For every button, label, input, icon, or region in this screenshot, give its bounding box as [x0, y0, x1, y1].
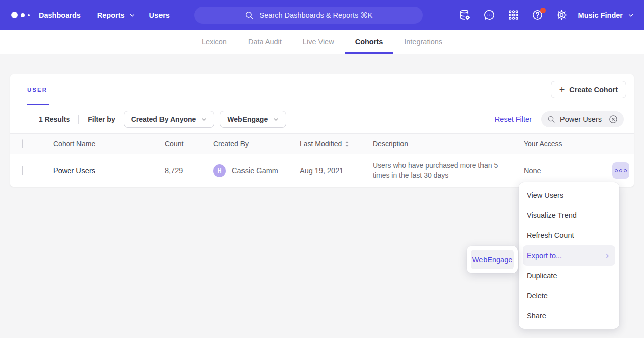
card-header: USER + Create Cohort [10, 74, 634, 105]
cohort-description: Users who have purchased more than 5 tim… [373, 161, 502, 180]
global-search-input[interactable]: Search Dashboards & Reports ⌘K [194, 7, 423, 24]
menu-item-label: Delete [527, 292, 548, 300]
nav-item-dashboards[interactable]: Dashboards [39, 11, 81, 19]
menu-item-visualize-trend[interactable]: Visualize Trend [523, 205, 615, 225]
table-header-row: Cohort Name Count Created By Last Modifi… [10, 133, 634, 154]
cohorts-card: USER + Create Cohort 1 Results Filter by… [10, 74, 634, 187]
menu-item-label: Duplicate [527, 272, 557, 280]
tab-user-cohorts[interactable]: USER [27, 74, 47, 105]
chevron-down-icon [273, 117, 279, 122]
cohort-search-input[interactable] [560, 115, 608, 123]
cohort-search-box [541, 111, 624, 127]
tab-lexicon-label: Lexicon [202, 38, 227, 46]
plus-icon: + [559, 85, 565, 94]
results-count: 1 Results [39, 115, 70, 123]
menu-item-label: View Users [527, 191, 564, 199]
search-icon [547, 115, 555, 123]
filter-bar: 1 Results Filter by Created By Anyone We… [10, 105, 634, 133]
tab-integrations[interactable]: Integrations [393, 30, 453, 54]
submenu-item-webengage[interactable]: WebEngage [471, 250, 514, 269]
header-your-access: Your Access [514, 140, 602, 148]
avatar: H [213, 164, 226, 177]
sort-icon [345, 141, 349, 147]
menu-item-view-users[interactable]: View Users [523, 185, 615, 205]
clear-search-icon[interactable] [608, 114, 618, 124]
filter-by-label: Filter by [88, 115, 115, 123]
header-last-modified[interactable]: Last Modified [290, 140, 363, 148]
tab-lexicon[interactable]: Lexicon [191, 30, 237, 54]
nav-item-dashboards-label: Dashboards [39, 11, 81, 19]
tab-integrations-label: Integrations [404, 38, 442, 46]
tab-cohorts[interactable]: Cohorts [345, 30, 394, 54]
top-nav-bar: Dashboards Reports Users Search Dashboar… [0, 0, 644, 30]
access-value: None [514, 166, 602, 175]
chevron-down-icon [129, 12, 135, 18]
export-to-submenu: WebEngage [467, 246, 518, 273]
menu-item-refresh-count[interactable]: Refresh Count [523, 225, 615, 245]
project-name: Music Finder [578, 11, 623, 19]
top-nav-right: Music Finder [447, 0, 634, 30]
messages-icon[interactable] [484, 9, 496, 21]
nav-item-users-label: Users [149, 11, 170, 19]
data-management-icon[interactable] [459, 9, 471, 21]
project-switcher[interactable]: Music Finder [578, 11, 634, 19]
created-by-dropdown-value: Created By Anyone [131, 115, 196, 123]
primary-nav: Dashboards Reports Users [39, 11, 170, 19]
apps-grid-icon[interactable] [508, 9, 520, 21]
nav-item-reports[interactable]: Reports [97, 11, 135, 19]
help-icon[interactable] [532, 9, 544, 21]
created-by-dropdown[interactable]: Created By Anyone [124, 111, 215, 128]
integration-filter-value: WebEngage [227, 115, 268, 123]
notification-badge [540, 8, 546, 13]
row-checkbox[interactable] [22, 166, 23, 175]
tab-live-view[interactable]: Live View [292, 30, 345, 54]
header-last-modified-label: Last Modified [300, 140, 342, 148]
menu-item-label: Export to... [527, 251, 562, 260]
logo-dot-medium [21, 13, 25, 17]
header-cohort-name: Cohort Name [53, 140, 154, 148]
cohort-count: 8,729 [154, 166, 203, 175]
nav-item-reports-label: Reports [97, 11, 125, 19]
more-dot [615, 169, 618, 173]
tab-live-view-label: Live View [303, 38, 334, 46]
header-description: Description [363, 140, 514, 148]
tab-user-label: USER [27, 87, 47, 93]
create-cohort-label: Create Cohort [569, 86, 618, 94]
settings-gear-icon[interactable] [556, 9, 568, 21]
menu-item-label: Refresh Count [527, 231, 574, 239]
logo-dot-small [28, 14, 30, 16]
search-icon [245, 11, 254, 20]
chevron-down-icon [201, 117, 207, 122]
chevron-down-icon [628, 12, 634, 18]
secondary-nav: Lexicon Data Audit Live View Cohorts Int… [0, 30, 644, 54]
tab-data-audit-label: Data Audit [248, 38, 282, 46]
mixpanel-logo[interactable] [11, 12, 30, 18]
cohort-name-link[interactable]: Power Users [53, 166, 154, 175]
menu-item-label: Visualize Trend [527, 211, 577, 219]
menu-item-delete[interactable]: Delete [523, 286, 615, 306]
nav-item-users[interactable]: Users [149, 11, 170, 19]
reset-filter-link[interactable]: Reset Filter [495, 115, 532, 123]
logo-dot-large [11, 12, 18, 18]
menu-item-label: Share [527, 312, 546, 320]
vertical-divider [78, 115, 79, 124]
select-all-checkbox[interactable] [22, 139, 23, 148]
header-created-by: Created By [203, 140, 290, 148]
menu-item-share[interactable]: Share [523, 306, 615, 326]
created-by-cell: H Cassie Gamm [203, 164, 290, 177]
row-more-actions-button[interactable] [612, 162, 629, 179]
global-search-placeholder: Search Dashboards & Reports ⌘K [260, 11, 373, 19]
more-dot [619, 169, 623, 173]
avatar-initial: H [218, 167, 222, 174]
create-cohort-button[interactable]: + Create Cohort [551, 81, 626, 98]
submenu-item-label: WebEngage [472, 256, 513, 264]
header-count: Count [154, 140, 203, 148]
created-by-name: Cassie Gamm [232, 166, 278, 175]
chevron-right-icon [605, 253, 610, 259]
row-actions-menu: View Users Visualize Trend Refresh Count… [519, 182, 619, 329]
tab-data-audit[interactable]: Data Audit [237, 30, 292, 54]
menu-item-export-to[interactable]: Export to... [523, 245, 615, 266]
integration-filter-dropdown[interactable]: WebEngage [220, 111, 286, 128]
last-modified-date: Aug 19, 2021 [290, 166, 363, 175]
menu-item-duplicate[interactable]: Duplicate [523, 266, 615, 286]
